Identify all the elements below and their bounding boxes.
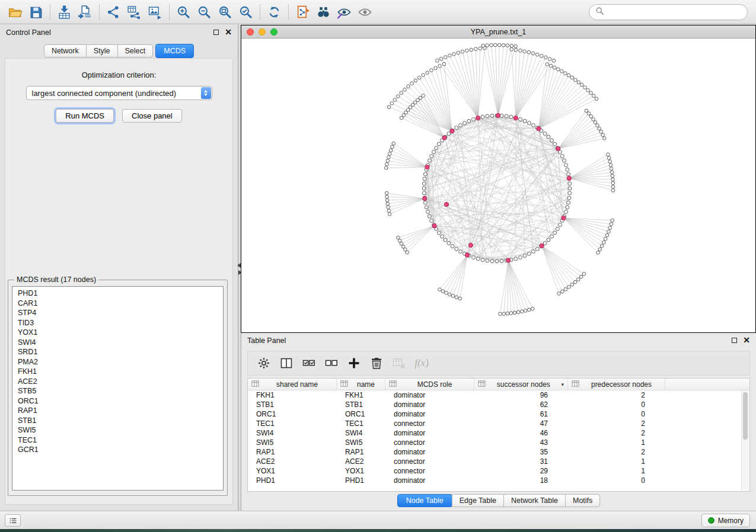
network-view-window: YPA_prune.txt_1 — [241, 25, 756, 333]
search-network-icon[interactable] — [313, 2, 334, 21]
tab-select[interactable]: Select — [117, 44, 154, 57]
open-session-icon[interactable] — [5, 2, 25, 21]
tab-edge-table[interactable]: Edge Table — [452, 494, 504, 507]
table-header-row: shared namenameMCDS rolesuccessor nodes▾… — [248, 379, 749, 390]
column-header-successors[interactable]: successor nodes▾ — [474, 379, 568, 390]
mcds-result-item[interactable]: PMA2 — [18, 357, 218, 367]
column-header-role[interactable]: MCDS role — [385, 379, 474, 390]
hide-preview-icon[interactable] — [355, 2, 375, 21]
add-row-icon[interactable] — [344, 354, 364, 373]
cell-shared_name: YOX1 — [248, 467, 337, 475]
import-table-file-icon[interactable] — [54, 2, 75, 21]
import-network-table-icon[interactable] — [124, 2, 145, 21]
float-table-panel-icon[interactable] — [732, 338, 737, 343]
tab-node-table[interactable]: Node Table — [397, 494, 452, 507]
mcds-result-item[interactable]: GCR1 — [18, 445, 218, 455]
toolbar-separator — [260, 4, 260, 20]
memory-button[interactable]: Memory — [701, 514, 750, 527]
table-row[interactable]: SWI4SWI4dominator462 — [248, 428, 749, 438]
share-document-icon[interactable] — [292, 2, 313, 21]
table-body: FKH1FKH1dominator962STB1STB1dominator620… — [248, 390, 749, 485]
column-header-shared_name[interactable]: shared name — [248, 379, 337, 390]
table-row[interactable]: PHD1PHD1dominator180 — [248, 476, 749, 485]
mcds-result-item[interactable]: STB5 — [18, 386, 218, 396]
cell-shared_name: ACE2 — [248, 457, 337, 466]
close-panel-button[interactable]: Close panel — [122, 109, 182, 123]
column-header-predecessors[interactable]: predecessor nodes — [568, 379, 665, 390]
table-row[interactable]: ORC1ORC1dominator610 — [248, 409, 749, 419]
cell-name: SWI5 — [337, 438, 385, 447]
mcds-result-item[interactable]: FKH1 — [18, 367, 218, 377]
network-window-title: YPA_prune.txt_1 — [241, 28, 755, 36]
mcds-result-item[interactable]: TEC1 — [18, 435, 218, 446]
mcds-result-list[interactable]: PHD1CAR1STP4TID3YOX1SWI4SRD1PMA2FKH1ACE2… — [12, 286, 224, 491]
optimization-criterion-select[interactable]: largest connected component (undirected) — [26, 86, 212, 100]
table-row[interactable]: FKH1FKH1dominator962 — [248, 390, 749, 400]
mcds-result-item[interactable]: YOX1 — [18, 328, 218, 338]
cell-predecessors: 0 — [568, 476, 665, 485]
run-mcds-button[interactable]: Run MCDS — [56, 109, 114, 123]
table-row[interactable]: YOX1YOX1connector291 — [248, 466, 749, 476]
cell-shared_name: TEC1 — [248, 419, 337, 428]
style-preview-icon[interactable] — [334, 2, 355, 21]
tab-network[interactable]: Network — [44, 44, 87, 57]
tab-mcds[interactable]: MCDS — [155, 44, 194, 58]
table-row[interactable]: SWI5SWI5connector431 — [248, 438, 749, 447]
mcds-result-item[interactable]: STB1 — [18, 416, 218, 426]
mcds-result-item[interactable]: RAP1 — [18, 406, 218, 416]
cell-shared_name: STB1 — [248, 400, 337, 409]
search-input[interactable] — [608, 8, 741, 17]
table-row[interactable]: ACE2ACE2connector311 — [248, 457, 749, 466]
scrollbar-thumb[interactable] — [743, 392, 748, 440]
table-columns-icon[interactable] — [276, 354, 296, 373]
select-all-icon[interactable] — [299, 354, 319, 373]
zoom-selected-icon[interactable] — [235, 2, 256, 21]
status-menu-button[interactable] — [5, 514, 21, 527]
fx-label: f(x) — [414, 357, 429, 369]
zoom-out-icon[interactable] — [194, 2, 215, 21]
import-table-icon[interactable] — [75, 2, 95, 21]
mcds-result-item[interactable]: STP4 — [18, 308, 218, 318]
cell-shared_name: PHD1 — [248, 476, 337, 485]
mcds-result-item[interactable]: SRD1 — [18, 347, 218, 357]
cell-successors: 35 — [474, 448, 568, 456]
mcds-result-item[interactable]: SWI5 — [18, 425, 218, 435]
cell-role: connector — [385, 419, 474, 428]
mcds-result-item[interactable]: PHD1 — [18, 289, 218, 299]
export-image-icon[interactable] — [145, 2, 165, 21]
window-minimize-button[interactable] — [259, 28, 266, 36]
table-row[interactable]: STB1STB1dominator620 — [248, 400, 749, 409]
cell-shared_name: SWI4 — [248, 429, 337, 437]
close-panel-icon[interactable]: ✕ — [225, 29, 232, 36]
import-network-file-icon[interactable] — [103, 2, 124, 21]
zoom-in-icon[interactable] — [173, 2, 194, 21]
table-scrollbar[interactable] — [741, 391, 749, 490]
mcds-result-item[interactable]: ACE2 — [18, 377, 218, 387]
window-maximize-button[interactable] — [270, 28, 277, 36]
refresh-view-icon[interactable] — [264, 2, 285, 21]
float-panel-icon[interactable] — [213, 30, 219, 35]
mcds-buttons-row: Run MCDS Close panel — [5, 109, 232, 123]
tab-motifs[interactable]: Motifs — [565, 494, 600, 507]
search-box[interactable] — [589, 4, 748, 20]
table-settings-icon[interactable] — [254, 354, 274, 373]
mcds-result-item[interactable]: TID3 — [18, 318, 218, 328]
mcds-result-item[interactable]: ORC1 — [18, 396, 218, 406]
save-session-icon[interactable] — [25, 2, 46, 21]
mcds-result-item[interactable]: CAR1 — [18, 299, 218, 309]
tab-style[interactable]: Style — [86, 44, 118, 57]
network-canvas[interactable] — [241, 39, 755, 332]
network-window-titlebar[interactable]: YPA_prune.txt_1 — [241, 25, 755, 39]
network-graph[interactable] — [241, 39, 755, 333]
delete-row-icon[interactable] — [366, 354, 387, 373]
close-table-panel-icon[interactable]: ✕ — [743, 337, 750, 344]
mcds-result-item[interactable]: SWI4 — [18, 338, 218, 348]
deselect-all-icon[interactable] — [321, 354, 342, 373]
window-close-button[interactable] — [247, 28, 254, 36]
table-row[interactable]: TEC1TEC1connector472 — [248, 419, 749, 428]
tab-network-table[interactable]: Network Table — [503, 494, 566, 507]
column-header-name[interactable]: name — [337, 379, 385, 390]
table-row[interactable]: RAP1RAP1dominator352 — [248, 447, 749, 457]
cell-role: dominator — [385, 476, 474, 485]
zoom-fit-icon[interactable] — [215, 2, 235, 21]
